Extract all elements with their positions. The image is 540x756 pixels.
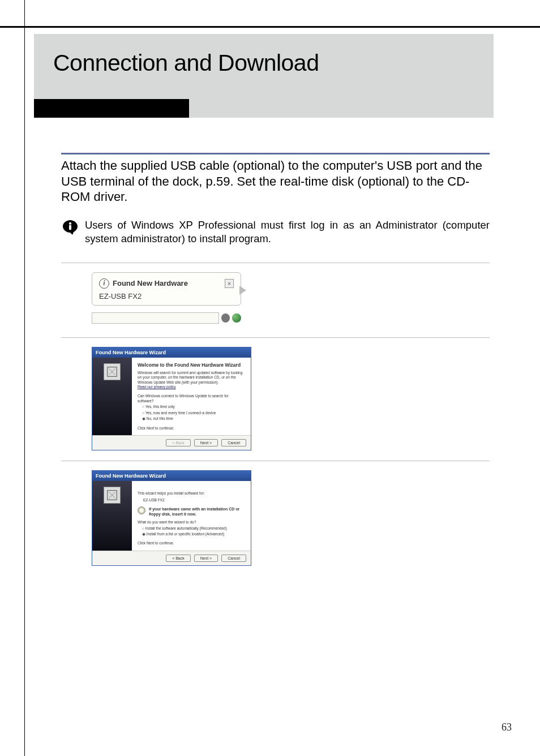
section-hr-1 [61, 263, 490, 263]
wizard2-opt1[interactable]: ○ Install the software automatically (Re… [142, 526, 245, 531]
top-horizontal-rule [0, 26, 540, 28]
wizard1-privacy-link[interactable]: Read our privacy policy [138, 385, 245, 389]
info-icon: i [99, 278, 109, 289]
svg-point-0 [69, 222, 71, 224]
chapter-title: Connection and Download [34, 34, 494, 76]
section-hr-2 [61, 337, 490, 338]
wizard-2: Found New Hardware Wizard This wizard he… [92, 470, 251, 566]
wizard2-back-button[interactable]: < Back [166, 555, 191, 562]
note-icon [61, 218, 79, 239]
wizard2-titlebar: Found New Hardware Wizard [92, 471, 251, 481]
balloon-pointer [239, 286, 246, 295]
found-hardware-balloon: i Found New Hardware × EZ-USB FX2 [92, 272, 241, 306]
wizard2-cancel-button[interactable]: Cancel [221, 555, 246, 562]
wizard2-device: EZ-USB FX2 [143, 498, 245, 502]
balloon-title: Found New Hardware [113, 279, 188, 287]
tray-safely-remove-icon[interactable] [232, 313, 241, 323]
intro-text: Attach the supplied USB cable (optional)… [61, 158, 490, 205]
wizard1-opt2[interactable]: ○ Yes, now and every time I connect a de… [142, 411, 245, 415]
hardware-icon [104, 487, 121, 504]
page-number: 63 [502, 721, 512, 733]
wizard1-next-button[interactable]: Next > [194, 439, 218, 446]
wizard2-question: What do you want the wizard to do? [138, 520, 245, 525]
tray-device-icon[interactable] [221, 313, 230, 323]
tray-slot [92, 312, 219, 324]
wizard2-next-button[interactable]: Next > [194, 555, 218, 562]
wizard-1: Found New Hardware Wizard Welcome to the… [92, 347, 251, 450]
wizard1-sidebar [92, 358, 132, 435]
wizard1-para1: Windows will search for current and upda… [138, 371, 245, 385]
wizard1-opt1[interactable]: ○ Yes, this time only [142, 405, 245, 409]
chapter-header: Connection and Download [34, 34, 494, 118]
close-icon[interactable]: × [225, 279, 234, 288]
wizard2-opt2[interactable]: ◉ Install from a list or specific locati… [142, 532, 245, 536]
svg-rect-1 [69, 225, 71, 230]
cd-icon [138, 506, 145, 514]
wizard2-helps: This wizard helps you install software f… [138, 491, 245, 496]
wizard2-cd-text: If your hardware came with an installati… [149, 506, 245, 517]
wizard1-continue: Click Next to continue. [138, 426, 245, 431]
content-area: Attach the supplied USB cable (optional)… [61, 153, 490, 566]
wizard1-cancel-button[interactable]: Cancel [221, 439, 246, 446]
note-row: Users of Windows XP Professional must fi… [61, 218, 490, 246]
wizard1-opt3[interactable]: ◉ No, not this time [142, 416, 245, 421]
note-text: Users of Windows XP Professional must fi… [85, 218, 490, 246]
system-tray [92, 312, 241, 324]
wizard1-back-button: < Back [166, 439, 191, 446]
divider [61, 153, 490, 154]
balloon-device: EZ-USB FX2 [99, 292, 234, 300]
wizard2-sidebar [92, 481, 132, 551]
chapter-tab [34, 99, 189, 118]
section-hr-3 [61, 461, 490, 461]
wizard1-titlebar: Found New Hardware Wizard [92, 347, 251, 358]
wizard2-continue: Click Next to continue. [138, 541, 245, 545]
hardware-icon [104, 363, 121, 380]
wizard1-heading: Welcome to the Found New Hardware Wizard [138, 362, 245, 368]
wizard1-question: Can Windows connect to Windows Update to… [138, 394, 245, 403]
